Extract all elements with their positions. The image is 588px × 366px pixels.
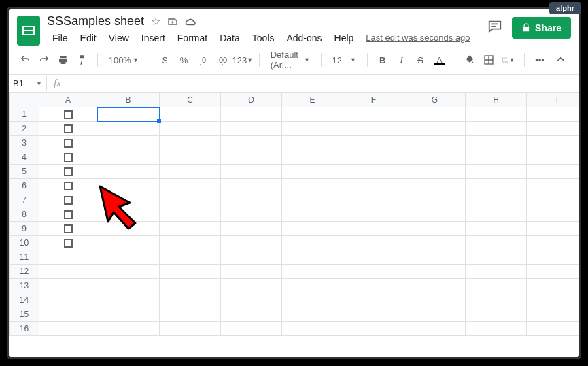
cell[interactable] [39,122,97,136]
cell[interactable] [97,307,160,322]
row-header[interactable]: 8 [10,207,39,222]
cell[interactable] [160,193,221,207]
select-all-cell[interactable] [10,93,39,107]
cell[interactable] [160,307,221,322]
strikethrough-button[interactable]: S [413,51,429,69]
cell[interactable] [527,293,580,307]
more-formats-dropdown[interactable]: 123 ▼ [233,51,253,69]
cell[interactable] [527,136,580,150]
cell[interactable] [343,222,404,236]
cell[interactable] [282,250,343,265]
cell[interactable] [160,293,221,307]
cell[interactable] [97,179,160,193]
cell[interactable] [527,193,580,207]
cell[interactable] [160,150,221,165]
share-button[interactable]: Share [512,17,571,39]
cell[interactable] [527,322,580,336]
cell[interactable] [527,107,580,122]
cell[interactable] [404,207,466,222]
comments-icon[interactable] [487,19,502,37]
redo-button[interactable] [36,51,52,69]
cell[interactable] [466,293,527,307]
row-header[interactable]: 4 [10,150,39,165]
star-icon[interactable]: ☆ [151,15,160,28]
cell[interactable] [160,236,221,250]
column-header[interactable]: E [282,93,343,107]
cell[interactable] [97,293,160,307]
cell[interactable] [343,279,404,293]
cell[interactable] [160,179,221,193]
name-box[interactable]: B1 ▼ [9,76,47,91]
row-header[interactable]: 3 [10,136,39,150]
cell[interactable] [527,307,580,322]
menu-data[interactable]: Data [214,31,245,46]
print-button[interactable] [55,51,71,69]
cell[interactable] [221,150,282,165]
cell[interactable] [404,250,466,265]
cell[interactable] [343,250,404,265]
cell[interactable] [466,107,527,122]
increase-decimal-button[interactable]: .00→ [214,51,230,69]
cell[interactable] [97,265,160,279]
cell[interactable] [527,236,580,250]
column-header[interactable]: D [221,93,282,107]
cell[interactable] [221,250,282,265]
cell[interactable] [404,122,466,136]
cell[interactable] [282,107,343,122]
cell[interactable] [282,165,343,179]
cell[interactable] [343,150,404,165]
move-icon[interactable] [167,16,178,27]
cell[interactable] [221,179,282,193]
cell[interactable] [160,222,221,236]
cell[interactable] [160,122,221,136]
row-header[interactable]: 2 [10,122,39,136]
cell[interactable] [527,150,580,165]
menu-edit[interactable]: Edit [75,31,102,46]
row-header[interactable]: 5 [10,165,39,179]
checkbox-icon[interactable] [64,110,73,119]
cell[interactable] [221,307,282,322]
cell[interactable] [466,236,527,250]
cell[interactable] [404,150,466,165]
menu-insert[interactable]: Insert [136,31,171,46]
cell[interactable] [466,222,527,236]
bold-button[interactable]: B [375,51,391,69]
cell[interactable] [343,236,404,250]
cell[interactable] [282,307,343,322]
font-family-dropdown[interactable]: Default (Ari... ▼ [266,50,314,70]
cell[interactable] [282,136,343,150]
cell[interactable] [39,236,97,250]
column-header[interactable]: F [343,93,404,107]
font-size-dropdown[interactable]: 12 ▼ [328,55,360,65]
cell[interactable] [221,193,282,207]
cell[interactable] [343,265,404,279]
cell[interactable] [404,222,466,236]
sheets-logo-icon[interactable] [17,16,40,46]
cell[interactable] [527,265,580,279]
cell[interactable] [404,107,466,122]
column-header[interactable]: C [160,93,221,107]
cell[interactable] [527,179,580,193]
cell[interactable] [466,207,527,222]
cell[interactable] [39,222,97,236]
cell[interactable] [343,307,404,322]
cell[interactable] [343,322,404,336]
cell[interactable] [343,136,404,150]
more-toolbar-button[interactable]: ••• [532,51,548,69]
cell[interactable] [282,279,343,293]
menu-tools[interactable]: Tools [247,31,280,46]
cell[interactable] [466,136,527,150]
cell[interactable] [404,236,466,250]
fill-color-button[interactable] [462,51,478,69]
cell[interactable] [343,179,404,193]
format-currency-button[interactable]: $ [157,51,173,69]
cell[interactable] [97,279,160,293]
cell[interactable] [527,250,580,265]
cell[interactable] [97,193,160,207]
cell[interactable] [466,122,527,136]
row-header[interactable]: 12 [10,265,39,279]
format-percent-button[interactable]: % [176,51,192,69]
cell[interactable] [160,136,221,150]
cell[interactable] [39,279,97,293]
cell[interactable] [97,122,160,136]
